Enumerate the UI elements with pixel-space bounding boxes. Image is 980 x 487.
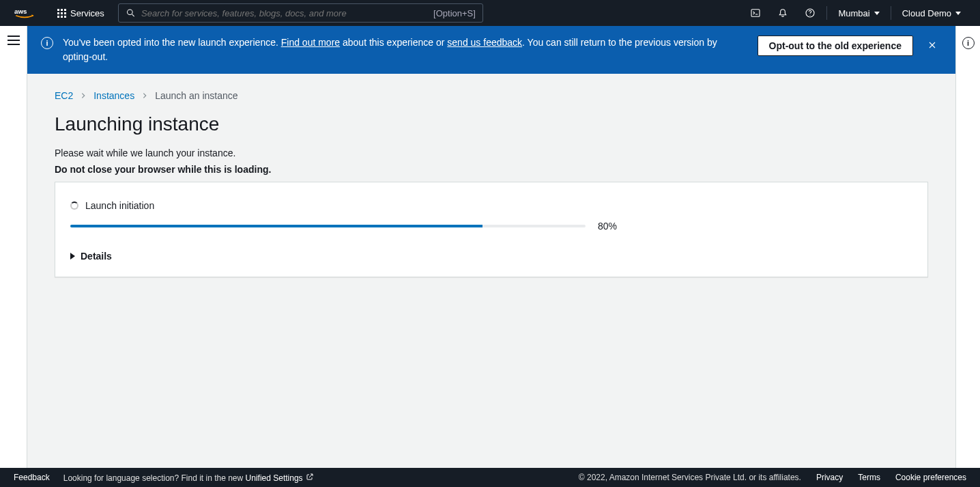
help-icon (805, 8, 816, 18)
page-subtext-1: Please wait while we launch your instanc… (55, 148, 928, 158)
bell-icon (777, 8, 788, 18)
search-icon (126, 8, 136, 18)
region-label: Mumbai (838, 8, 869, 18)
banner-text: You've been opted into the new launch ex… (63, 36, 748, 64)
notifications-button[interactable] (769, 0, 796, 26)
footer-lang-prefix: Looking for language selection? Find it … (63, 473, 246, 483)
caret-right-icon (70, 253, 75, 260)
body-row: i You've been opted into the new launch … (0, 26, 980, 468)
breadcrumb: EC2 Instances Launch an instance (55, 90, 928, 101)
divider (826, 6, 827, 20)
progress-step-label: Launch initiation (85, 200, 154, 211)
info-icon: i (41, 37, 53, 49)
search-input[interactable] (141, 8, 433, 18)
footer-bar: Feedback Looking for language selection?… (0, 468, 980, 487)
launch-progress-panel: Launch initiation 80% Details (55, 182, 928, 277)
progress-bar-row: 80% (70, 221, 912, 232)
progress-percent-label: 80% (598, 221, 617, 232)
breadcrumb-instances[interactable]: Instances (93, 90, 134, 101)
divider (891, 6, 891, 20)
svg-rect-3 (751, 10, 760, 17)
left-rail (0, 26, 27, 468)
banner-feedback-link[interactable]: send us feedback (447, 37, 522, 48)
top-navbar: aws Services [Option+S] Mumbai (0, 0, 980, 26)
svg-point-5 (810, 15, 811, 16)
account-label: Cloud Demo (902, 8, 951, 18)
page-title: Launching instance (55, 113, 928, 135)
details-expander[interactable]: Details (70, 251, 912, 262)
services-label: Services (70, 8, 104, 18)
help-panel-toggle[interactable]: i (962, 37, 975, 49)
privacy-link[interactable]: Privacy (816, 473, 843, 482)
opt-out-button[interactable]: Opt-out to the old experience (758, 36, 913, 56)
progress-track (70, 225, 586, 227)
footer-right: © 2022, Amazon Internet Services Private… (579, 473, 966, 482)
global-search[interactable]: [Option+S] (118, 3, 483, 23)
main-column: i You've been opted into the new launch … (27, 26, 955, 468)
unified-settings-link[interactable]: Unified Settings (246, 473, 303, 483)
search-shortcut-hint: [Option+S] (433, 8, 476, 18)
side-nav-toggle[interactable] (8, 36, 20, 45)
right-rail: i (955, 26, 980, 468)
page-subtext-2: Do not close your browser while this is … (55, 164, 928, 175)
chevron-right-icon (141, 90, 148, 101)
footer-lang-text: Looking for language selection? Find it … (63, 473, 314, 483)
banner-text-mid: about this experience or (340, 37, 447, 48)
chevron-down-icon (955, 12, 961, 15)
footer-copyright: © 2022, Amazon Internet Services Private… (579, 473, 801, 482)
banner-text-prefix: You've been opted into the new launch ex… (63, 37, 281, 48)
cloudshell-button[interactable] (742, 0, 769, 26)
spinner-icon (70, 201, 78, 210)
external-link-icon (306, 473, 314, 481)
svg-point-1 (127, 10, 132, 15)
cloudshell-icon (750, 8, 761, 18)
svg-text:aws: aws (14, 8, 27, 15)
chevron-down-icon (874, 12, 880, 15)
region-selector[interactable]: Mumbai (830, 8, 887, 18)
details-label: Details (81, 251, 112, 262)
footer-left: Feedback Looking for language selection?… (14, 473, 314, 483)
svg-line-2 (132, 14, 134, 16)
topnav-right: Mumbai Cloud Demo (742, 0, 969, 26)
account-selector[interactable]: Cloud Demo (894, 8, 969, 18)
services-menu[interactable]: Services (51, 8, 111, 18)
feedback-link[interactable]: Feedback (14, 473, 50, 482)
content-area: EC2 Instances Launch an instance Launchi… (27, 74, 955, 468)
cookie-preferences-link[interactable]: Cookie preferences (895, 473, 966, 482)
breadcrumb-current: Launch an instance (155, 90, 237, 101)
progress-fill (70, 225, 482, 227)
close-icon (927, 40, 938, 51)
breadcrumb-ec2[interactable]: EC2 (55, 90, 73, 101)
terms-link[interactable]: Terms (858, 473, 880, 482)
aws-logo[interactable]: aws (11, 7, 38, 19)
chevron-right-icon (80, 90, 87, 101)
banner-close-button[interactable] (923, 36, 942, 55)
help-button[interactable] (796, 0, 824, 26)
banner-findout-link[interactable]: Find out more (281, 37, 340, 48)
progress-step-row: Launch initiation (70, 200, 912, 211)
launch-experience-banner: i You've been opted into the new launch … (27, 26, 955, 74)
grid-icon (57, 9, 66, 18)
